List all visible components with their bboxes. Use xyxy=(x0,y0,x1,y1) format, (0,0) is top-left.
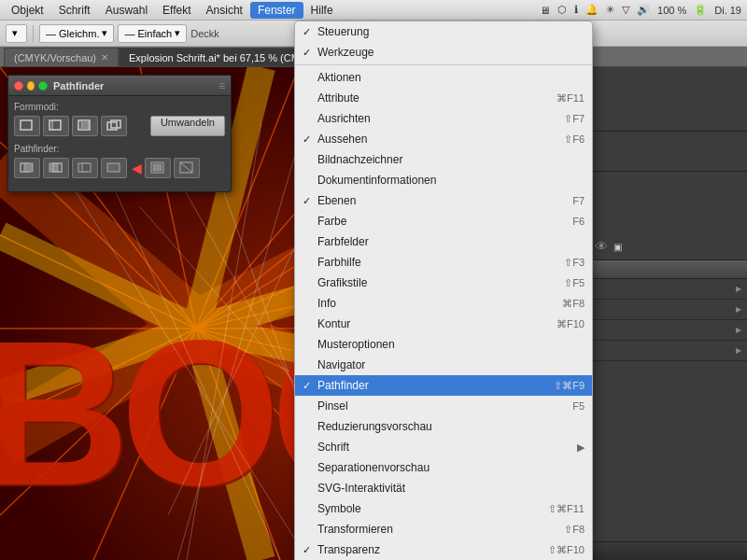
menu-item-attribute[interactable]: Attribute ⌘F11 xyxy=(295,88,592,108)
svg-rect-51 xyxy=(107,163,120,172)
menu-item-info[interactable]: Info ⌘F8 xyxy=(295,293,592,314)
pathfinder-body: Formmodi: Umwandeln Pathfinder: xyxy=(8,96,231,191)
pf-btn-1[interactable] xyxy=(14,158,40,178)
menu-item-ebenen[interactable]: ✓ Ebenen F7 xyxy=(295,190,592,211)
menu-item-label: Farbfelder xyxy=(317,235,585,248)
menu-item-werkzeuge[interactable]: ✓ Werkzeuge xyxy=(295,42,592,63)
menu-item-label: Steuerung xyxy=(317,25,585,38)
menu-fenster[interactable]: Fenster xyxy=(250,2,303,19)
menu-ansicht[interactable]: Ansicht xyxy=(199,2,250,19)
menu-item-label: Kontur xyxy=(317,317,557,330)
menu-item-navigator[interactable]: Navigator xyxy=(295,355,592,375)
menu-item-pathfinder[interactable]: ✓ Pathfinder ⇧⌘F9 xyxy=(295,375,592,396)
pf-btn-3[interactable] xyxy=(72,158,98,178)
menu-item-farbe[interactable]: Farbe F6 xyxy=(295,211,592,231)
toolbar-select[interactable]: ▾ xyxy=(6,24,27,43)
menu-hilfe[interactable]: Hilfe xyxy=(303,2,341,19)
toolbar-sep-1 xyxy=(33,25,34,42)
menu-item-musteroptionen[interactable]: Musteroptionen xyxy=(295,334,592,355)
menu-item-label: Grafikstile xyxy=(317,276,564,289)
menu-effekt[interactable]: Effekt xyxy=(155,2,198,19)
pf-btn-4[interactable] xyxy=(101,158,127,178)
pf-btn-6[interactable] xyxy=(174,158,200,178)
pf-icon-3 xyxy=(78,161,92,175)
eye-icon-3[interactable]: 👁 xyxy=(595,239,608,254)
menu-item-shortcut: ⌘F8 xyxy=(562,298,585,310)
svg-line-36 xyxy=(93,142,280,560)
menu-item-aussehen[interactable]: ✓ Aussehen ⇧F6 xyxy=(295,129,592,149)
menubar-right: 🖥 ⬡ ℹ 🔔 ✳ ▽ 🔊 100 % 🔋 Di. 19 xyxy=(538,4,743,16)
menu-item-reduzierungsvorschau[interactable]: Reduzierungsvorschau xyxy=(295,416,592,437)
pf-btn-5[interactable] xyxy=(145,158,171,178)
tab-cmyk-label: (CMYK/Vorschau) xyxy=(14,52,96,63)
svg-rect-42 xyxy=(81,120,89,130)
menu-objekt[interactable]: Objekt xyxy=(4,2,51,19)
svg-line-55 xyxy=(180,162,192,173)
menu-item-kontur[interactable]: Kontur ⌘F10 xyxy=(295,314,592,334)
menu-item-label: SVG-Interaktivität xyxy=(317,482,585,495)
menubar-icon-volume: 🔊 xyxy=(635,4,652,16)
tab-cmyk[interactable]: (CMYK/Vorschau) ✕ xyxy=(4,48,119,66)
pf-btn-2[interactable] xyxy=(43,158,69,178)
menu-item-grafikstile[interactable]: Grafikstile ⇧F5 xyxy=(295,273,592,293)
menu-item-shortcut: F5 xyxy=(572,400,585,412)
pf-icon-4 xyxy=(106,161,121,175)
fenster-dropdown-menu: ✓ Steuerung ✓ Werkzeuge Aktionen Attribu… xyxy=(294,21,593,560)
toolbar-select-icon: ▾ xyxy=(12,27,18,39)
menu-item-label: Farbhilfe xyxy=(317,256,564,269)
menu-schrift[interactable]: Schrift xyxy=(51,2,98,19)
menu-item-ausrichten[interactable]: Ausrichten ⇧F7 xyxy=(295,108,592,129)
layer-expand-arrow[interactable]: ▶ xyxy=(736,346,741,355)
menu-item-farbhilfe[interactable]: Farbhilfe ⇧F3 xyxy=(295,252,592,273)
menu-item-label: Aussehen xyxy=(317,133,564,146)
menu-item-label: Transparenz xyxy=(317,543,548,556)
pathfinder-close-button[interactable] xyxy=(14,81,23,91)
toolbar-gleichm[interactable]: — Gleichm. ▾ xyxy=(39,24,114,43)
menu-auswahl[interactable]: Auswahl xyxy=(98,2,155,19)
formmodi-label: Formmodi: xyxy=(14,102,225,112)
menu-item-symbole[interactable]: Symbole ⇧⌘F11 xyxy=(295,498,592,519)
menu-item-label: Ausrichten xyxy=(317,112,564,125)
pathfinder-menu-icon[interactable]: ≡ xyxy=(218,79,225,92)
menu-item-dokumentinformationen[interactable]: Dokumentinformationen xyxy=(295,170,592,190)
toolbar-gleichm-arrow: ▾ xyxy=(102,27,107,39)
pf-icon-1 xyxy=(20,161,35,175)
toolbar-deckk-label: Deckk xyxy=(190,28,219,39)
toolbar-einfach[interactable]: — Einfach ▾ xyxy=(118,24,187,43)
menu-item-transformieren[interactable]: Transformieren ⇧F8 xyxy=(295,519,592,539)
toolbar-einfach-arrow: ▾ xyxy=(175,27,180,39)
menu-item-pinsel[interactable]: Pinsel F5 xyxy=(295,396,592,416)
menu-item-steuerung[interactable]: ✓ Steuerung xyxy=(295,21,592,42)
pathfinder-titlebar[interactable]: Pathfinder ≡ xyxy=(8,76,231,96)
layer-expand-arrow[interactable]: ▶ xyxy=(736,285,741,293)
menu-item-schrift[interactable]: Schrift ▶ xyxy=(295,437,592,457)
menu-item-separationenvorschau[interactable]: Separationenvorschau xyxy=(295,457,592,478)
menu-item-svg-interaktivit-t[interactable]: SVG-Interaktivität xyxy=(295,478,592,498)
pathfinder-maximize-button[interactable] xyxy=(38,81,48,91)
svg-line-37 xyxy=(56,161,308,560)
menu-item-label: Aktionen xyxy=(317,71,585,84)
svg-rect-50 xyxy=(82,163,91,172)
menu-item-farbfelder[interactable]: Farbfelder xyxy=(295,231,592,252)
menubar-icon-bell: 🔔 xyxy=(584,4,600,16)
menu-item-transparenz[interactable]: ✓ Transparenz ⇧⌘F10 xyxy=(295,539,592,560)
umwandeln-button[interactable]: Umwandeln xyxy=(150,116,225,136)
layer-expand-arrow[interactable]: ▶ xyxy=(736,326,741,334)
pathfinder-minimize-button[interactable] xyxy=(27,81,35,91)
svg-rect-53 xyxy=(153,164,162,171)
menu-bar: Objekt Schrift Auswahl Effekt Ansicht Fe… xyxy=(0,0,747,21)
formmodi-btn-1[interactable] xyxy=(14,116,40,136)
pf-icon-6 xyxy=(179,161,194,175)
menu-item-aktionen[interactable]: Aktionen xyxy=(295,67,592,88)
menu-item-shortcut: ⌘F10 xyxy=(557,318,585,330)
menu-item-bildnachzeichner[interactable]: Bildnachzeichner xyxy=(295,149,592,170)
layer-expand-arrow[interactable]: ▶ xyxy=(736,305,741,314)
pathfinder-buttons-row: ◀ xyxy=(14,158,225,178)
menu-item-label: Werkzeuge xyxy=(317,46,585,59)
menu-item-check: ✓ xyxy=(303,380,317,392)
tab-cmyk-close[interactable]: ✕ xyxy=(101,52,108,63)
formmodi-btn-2[interactable] xyxy=(43,116,69,136)
formmodi-btn-3[interactable] xyxy=(72,116,98,136)
menubar-icon-bluetooth: ✳ xyxy=(604,4,616,16)
formmodi-btn-4[interactable] xyxy=(101,116,127,136)
